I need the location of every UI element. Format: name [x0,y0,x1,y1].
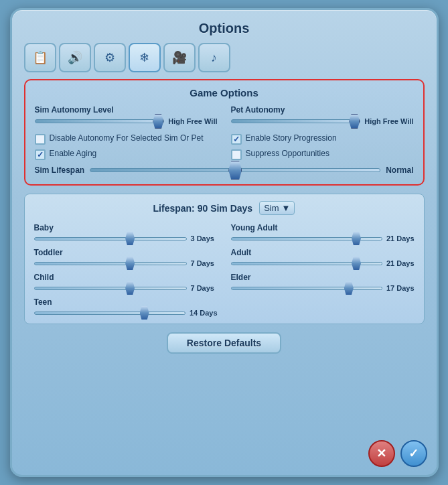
sim-autonomy-value: High Free Will [168,117,217,125]
tab-audio[interactable]: 🔊 [59,43,91,72]
child-label: Child [34,273,218,282]
restore-defaults-button[interactable]: Restore Defaults [167,332,281,354]
game-options-section: Game Options Sim Autonomy Level High Fre… [24,79,425,186]
sim-autonomy-label: Sim Autonomy Level [35,105,218,115]
confirm-button[interactable]: ✓ [400,440,427,467]
adult-slider[interactable]: 21 Days [231,259,415,267]
sim-autonomy-track[interactable] [35,119,165,123]
sim-lifespan-value: Normal [386,165,413,175]
tab-camera[interactable]: 🎥 [163,43,196,72]
pet-autonomy-label: Pet Autonomy [231,105,414,115]
elder-slider[interactable]: 17 Days [231,284,415,292]
story-progression-label: Enable Story Progression [246,133,337,143]
adult-track[interactable] [231,262,382,265]
story-progression-checkbox[interactable]: ✓ [231,134,242,145]
tab-music[interactable]: ♪ [198,43,230,72]
life-stage-teen: Teen 14 Days [34,297,218,317]
baby-thumb[interactable] [125,232,135,245]
suppress-opportunities-checkbox[interactable] [231,149,242,160]
life-stage-baby: Baby 3 Days [34,223,218,242]
young-adult-track[interactable] [231,237,382,240]
lifespan-dropdown-value: Sim [264,203,279,213]
pet-autonomy-slider[interactable]: High Free Will [231,117,414,125]
left-checkbox-col: Disable Autonomy For Selected Sim Or Pet… [35,133,218,160]
adult-label: Adult [231,248,415,257]
enable-aging-checkmark: ✓ [37,150,44,159]
teen-track[interactable] [34,311,185,315]
disable-autonomy-item: Disable Autonomy For Selected Sim Or Pet [35,133,218,145]
bottom-buttons: ✕ ✓ [368,440,427,467]
tab-bar: 📋 🔊 ⚙ ❄ 🎥 ♪ [24,43,425,72]
life-stage-toddler: Toddler 7 Days [34,248,218,267]
young-adult-label: Young Adult [231,223,415,232]
child-slider[interactable]: 7 Days [34,284,218,292]
suppress-opportunities-label: Suppress Opportunities [246,149,329,158]
right-checkbox-col: ✓ Enable Story Progression Suppress Oppo… [231,133,414,160]
suppress-opportunities-item: Suppress Opportunities [231,149,414,160]
lifespan-dropdown[interactable]: Sim ▼ [259,201,295,215]
pet-autonomy-value: High Free Will [364,117,413,125]
baby-slider[interactable]: 3 Days [34,234,218,242]
confirm-icon: ✓ [408,446,419,461]
life-stage-child: Child 7 Days [34,273,218,292]
teen-slider[interactable]: 14 Days [34,309,218,317]
life-stage-elder: Elder 17 Days [231,273,415,292]
baby-value: 3 Days [191,234,218,242]
toddler-track[interactable] [34,262,187,265]
tab-snowflake[interactable]: ❄ [129,43,161,72]
disable-autonomy-checkbox[interactable] [35,134,46,145]
life-stage-young-adult: Young Adult 21 Days [231,223,415,242]
young-adult-thumb[interactable] [352,232,361,245]
window-title: Options [24,17,425,43]
lifespan-grid: Baby 3 Days Young Adult 21 Days [34,223,415,317]
dropdown-arrow-icon: ▼ [282,203,291,213]
sim-autonomy-thumb[interactable] [153,114,163,129]
elder-label: Elder [231,273,415,282]
toddler-value: 7 Days [191,259,218,267]
child-track[interactable] [34,287,187,290]
elder-value: 17 Days [386,284,415,292]
life-stage-adult: Adult 21 Days [231,248,415,267]
teen-label: Teen [34,297,218,307]
pet-autonomy-col: Pet Autonomy High Free Will [231,105,414,131]
sim-autonomy-slider[interactable]: High Free Will [35,117,218,125]
young-adult-value: 21 Days [386,234,415,242]
baby-track[interactable] [34,237,187,240]
game-options-title: Game Options [35,87,414,98]
sim-lifespan-thumb[interactable] [228,161,242,180]
cancel-icon: ✕ [376,446,386,461]
checkbox-row: Disable Autonomy For Selected Sim Or Pet… [35,133,414,160]
enable-aging-item: ✓ Enable Aging [35,149,218,160]
enable-aging-label: Enable Aging [50,149,97,158]
tab-notebook[interactable]: 📋 [24,43,56,72]
sim-lifespan-label: Sim Lifespan [35,165,85,175]
young-adult-slider[interactable]: 21 Days [231,234,415,242]
sim-lifespan-track[interactable] [90,168,380,172]
cancel-button[interactable]: ✕ [368,440,395,467]
lifespan-header-text: Lifespan: 90 Sim Days [153,203,253,214]
disable-autonomy-label: Disable Autonomy For Selected Sim Or Pet [50,133,204,143]
child-thumb[interactable] [125,281,135,295]
adult-value: 21 Days [386,259,415,267]
child-value: 7 Days [191,284,218,292]
life-stage-empty [231,297,415,317]
teen-thumb[interactable] [140,306,149,320]
enable-aging-checkbox[interactable]: ✓ [35,149,46,160]
toddler-label: Toddler [34,248,218,257]
sim-lifespan-row: Sim Lifespan Normal [35,165,414,175]
teen-value: 14 Days [190,309,218,317]
main-window: Options 📋 🔊 ⚙ ❄ 🎥 ♪ Game Options Sim Aut… [10,8,439,477]
story-progression-checkmark: ✓ [233,135,240,144]
lifespan-header: Lifespan: 90 Sim Days Sim ▼ [34,201,415,215]
adult-thumb[interactable] [352,257,361,270]
toddler-slider[interactable]: 7 Days [34,259,218,267]
pet-autonomy-track[interactable] [231,119,361,123]
toddler-thumb[interactable] [125,257,135,270]
lifespan-section: Lifespan: 90 Sim Days Sim ▼ Baby 3 Days … [24,194,425,324]
sim-autonomy-col: Sim Autonomy Level High Free Will [35,105,218,131]
pet-autonomy-thumb[interactable] [349,114,360,129]
tab-gear[interactable]: ⚙ [94,43,126,72]
autonomy-row: Sim Autonomy Level High Free Will Pet Au… [35,105,414,131]
elder-track[interactable] [231,287,382,290]
elder-thumb[interactable] [344,281,354,295]
